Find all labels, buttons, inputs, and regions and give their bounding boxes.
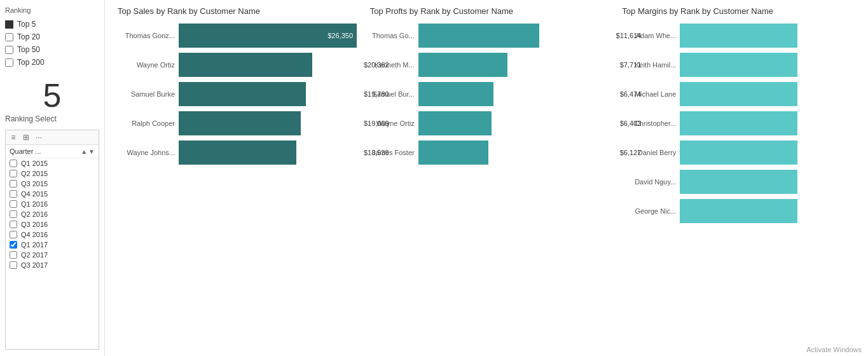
margins-bar-0 <box>680 24 797 48</box>
margins-bar-3 <box>680 111 797 135</box>
slicer-item-q1-2017[interactable]: Q1 2017 <box>6 240 99 250</box>
sales-bar-value-1: $20,362 <box>364 61 389 69</box>
margins-bar-row-1: Keith Hamil... 50% <box>622 53 862 77</box>
sales-bar-label-0: Thomas Gonz... <box>118 32 175 39</box>
checkbox-q1-2015[interactable] <box>10 160 17 167</box>
sort-desc-icon[interactable]: ▼ <box>88 148 95 155</box>
profits-bar-container-4: $6,127 <box>418 140 610 165</box>
profits-bar-row-4: James Foster $6,127 <box>370 140 610 165</box>
sales-bar-container-4: $18,539 <box>179 140 357 165</box>
slicer-header: Quarter ... ▲ ▼ <box>6 145 99 158</box>
slicer-item-label-q3-2015: Q3 2015 <box>21 180 48 188</box>
checkbox-top200[interactable] <box>5 58 13 67</box>
margins-bar-label-6: George Nic... <box>622 207 676 215</box>
activate-windows-text: Activate Windows <box>806 346 862 353</box>
profits-bar-container-2: $6,474 <box>418 82 610 106</box>
profits-bar-0 <box>418 24 539 48</box>
ranking-item-top50[interactable]: Top 50 <box>5 44 99 55</box>
slicer-item-q4-2016[interactable]: Q4 2016 <box>6 229 99 240</box>
profits-bar-value-0: $11,614 <box>616 32 642 39</box>
slicer-item-q2-2015[interactable]: Q2 2015 <box>6 168 99 179</box>
slicer-item-q4-2015[interactable]: Q4 2015 <box>6 189 99 199</box>
sales-chart-panel: Top Sales by Rank by Customer Name Thoma… <box>118 6 357 350</box>
sales-bar-value-4: $18,539 <box>364 149 389 156</box>
margins-bar-container-1: 50% <box>680 53 862 77</box>
profits-bar-value-4: $6,127 <box>620 149 642 156</box>
ranking-item-top5[interactable]: Top 5 <box>5 19 99 29</box>
margins-bar-chart: Adam Whe... 50% Keith Hamil... 50% Micha… <box>622 24 862 350</box>
profits-bar-container-1: $7,711 <box>418 53 610 77</box>
sales-bar-value-3: $19,069 <box>364 120 389 127</box>
slicer-item-label-q4-2016: Q4 2016 <box>21 231 48 238</box>
slicer-item-label-q1-2016: Q1 2016 <box>21 200 48 208</box>
ranking-top200-label: Top 200 <box>17 58 45 67</box>
profits-bar-label-0: Thomas Go... <box>370 32 415 39</box>
checkbox-q3-2015[interactable] <box>10 180 17 188</box>
profits-bar-4 <box>418 140 488 165</box>
checkbox-q2-2015[interactable] <box>10 170 17 177</box>
sort-asc-icon[interactable]: ▲ <box>81 148 87 155</box>
sales-bar-label-3: Ralph Cooper <box>118 120 175 127</box>
slicer-list-icon[interactable]: ≡ <box>8 132 18 142</box>
margins-bar-row-6: George Nic... 50% <box>622 199 862 223</box>
slicer-item-q2-2017[interactable]: Q2 2017 <box>6 250 99 260</box>
sales-bar-row-4: Wayne Johns... $18,539 <box>118 140 357 165</box>
sales-bar-chart: Thomas Gonz... $26,350 Wayne Ortiz $20,3… <box>118 24 357 350</box>
margins-bar-row-3: Christopher... 50% <box>622 111 862 135</box>
checkbox-q3-2016[interactable] <box>10 221 17 228</box>
slicer-grid-icon[interactable]: ⊞ <box>21 132 31 142</box>
profits-bar-3 <box>418 111 492 135</box>
checkbox-q1-2017[interactable] <box>10 241 17 249</box>
sales-bar-row-2: Samuel Burke $19,780 <box>118 82 357 106</box>
sales-bar-container-2: $19,780 <box>179 82 357 106</box>
slicer-toolbar: ≡ ⊞ ··· <box>6 130 99 145</box>
checkbox-q2-2016[interactable] <box>10 210 17 218</box>
margins-bar-row-4: Daniel Berry 50% <box>622 140 862 165</box>
margins-bar-2 <box>680 82 797 106</box>
margins-bar-container-2: 50% <box>680 82 862 106</box>
profits-bar-1 <box>418 53 507 77</box>
sales-bar-label-4: Wayne Johns... <box>118 149 175 156</box>
checkbox-q3-2017[interactable] <box>10 261 17 269</box>
margins-bar-label-5: David Nguy... <box>622 178 676 186</box>
margins-bar-5 <box>680 170 797 194</box>
slicer-item-q3-2017[interactable]: Q3 2017 <box>6 260 99 270</box>
slicer-item-q2-2016[interactable]: Q2 2016 <box>6 209 99 219</box>
sales-bar-3 <box>179 111 301 135</box>
ranking-item-top20[interactable]: Top 20 <box>5 32 99 42</box>
ranking-top50-label: Top 50 <box>17 45 40 54</box>
ranking-label: Ranking <box>5 6 99 14</box>
margins-bar-4 <box>680 140 797 165</box>
ranking-select-label: Ranking Select <box>5 114 99 123</box>
sales-bar-4 <box>179 140 296 165</box>
profits-chart-title: Top Profts by Rank by Customer Name <box>370 6 610 16</box>
slicer-sort-arrows[interactable]: ▲ ▼ <box>81 148 95 155</box>
checkbox-q2-2017[interactable] <box>10 251 17 259</box>
checkbox-q4-2016[interactable] <box>10 231 17 238</box>
sales-bar-value-2: $19,780 <box>364 90 389 98</box>
slicer-more-icon[interactable]: ··· <box>34 132 44 142</box>
slicer-item-q1-2015[interactable]: Q1 2015 <box>6 158 99 168</box>
slicer-item-label-q1-2015: Q1 2015 <box>21 160 48 167</box>
slicer-item-q3-2015[interactable]: Q3 2015 <box>6 179 99 189</box>
slicer-item-label-q4-2015: Q4 2015 <box>21 190 48 198</box>
checkbox-q1-2016[interactable] <box>10 200 17 208</box>
slicer-item-label-q3-2016: Q3 2016 <box>21 221 48 228</box>
sales-bar-label-2: Samuel Burke <box>118 90 175 98</box>
checkbox-top50[interactable] <box>5 46 13 54</box>
slicer-item-q3-2016[interactable]: Q3 2016 <box>6 219 99 229</box>
slicer-item-label-q2-2015: Q2 2015 <box>21 170 48 177</box>
margins-chart-panel: Top Margins by Rank by Customer Name Ada… <box>622 6 862 350</box>
ranking-item-top200[interactable]: Top 200 <box>5 57 99 67</box>
slicer-item-q1-2016[interactable]: Q1 2016 <box>6 199 99 209</box>
sales-bar-2 <box>179 82 306 106</box>
checkbox-top20[interactable] <box>5 33 13 41</box>
profits-chart-panel: Top Profts by Rank by Customer Name Thom… <box>370 6 610 350</box>
profits-bar-2 <box>418 82 493 106</box>
profits-bar-row-3: Wayne Ortiz $6,403 <box>370 111 610 135</box>
margins-bar-container-4: 50% <box>680 140 862 165</box>
margins-bar-container-5: 50% <box>680 170 862 194</box>
checkbox-q4-2015[interactable] <box>10 190 17 198</box>
slicer-item-label-q1-2017: Q1 2017 <box>21 241 48 249</box>
slicer-items-list: Q1 2015 Q2 2015 Q3 2015 Q4 2015 Q1 2016 … <box>6 158 99 349</box>
